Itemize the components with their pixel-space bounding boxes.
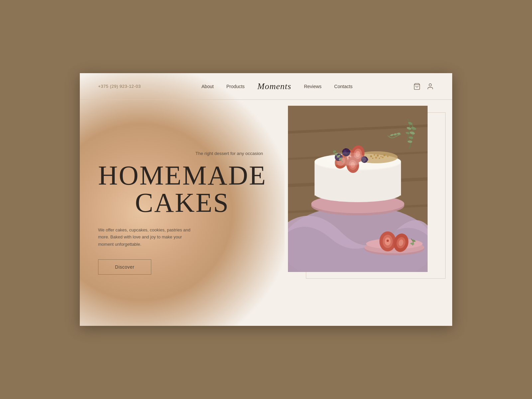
main-content: The right dessert for any occasion HOMEM… (80, 100, 452, 326)
discover-button[interactable]: Discover (98, 259, 151, 275)
svg-point-1 (429, 83, 431, 86)
hero-title-line2: CAKES (135, 188, 229, 218)
svg-point-17 (370, 155, 372, 157)
hero-text-section: The right dessert for any occasion HOMEM… (80, 138, 285, 288)
svg-point-77 (387, 240, 389, 242)
svg-point-18 (374, 154, 375, 156)
header-actions (413, 83, 434, 90)
phone-number: +375 (29) 923-12-03 (98, 84, 141, 89)
cake-image (288, 106, 428, 272)
svg-point-26 (382, 157, 384, 158)
main-nav: About Products Moments Reviews Contacts (201, 81, 352, 91)
svg-point-24 (375, 157, 377, 159)
svg-point-21 (383, 154, 385, 156)
nav-about[interactable]: About (201, 84, 214, 89)
header: +375 (29) 923-12-03 About Products Momen… (80, 73, 452, 100)
browser-window: +375 (29) 923-12-03 About Products Momen… (80, 73, 452, 326)
hero-title: HOMEMADE CAKES (98, 162, 266, 216)
hero-image-section (285, 100, 452, 326)
cake-illustration (288, 106, 428, 272)
hero-title-line1: HOMEMADE (98, 160, 267, 191)
svg-point-25 (379, 158, 380, 159)
cart-icon[interactable] (413, 83, 421, 90)
hero-description: We offer cakes, cupcakes, cookies, pastr… (98, 226, 191, 248)
nav-contacts[interactable]: Contacts (334, 84, 352, 89)
site-logo[interactable]: Moments (257, 81, 291, 91)
svg-point-22 (387, 156, 389, 157)
svg-point-19 (377, 155, 379, 157)
svg-point-23 (372, 158, 373, 159)
svg-point-20 (380, 156, 382, 157)
svg-point-84 (341, 156, 368, 166)
hero-subtitle: The right dessert for any occasion (98, 151, 266, 156)
nav-products[interactable]: Products (226, 84, 245, 89)
nav-reviews[interactable]: Reviews (304, 84, 322, 89)
user-icon[interactable] (427, 83, 434, 90)
